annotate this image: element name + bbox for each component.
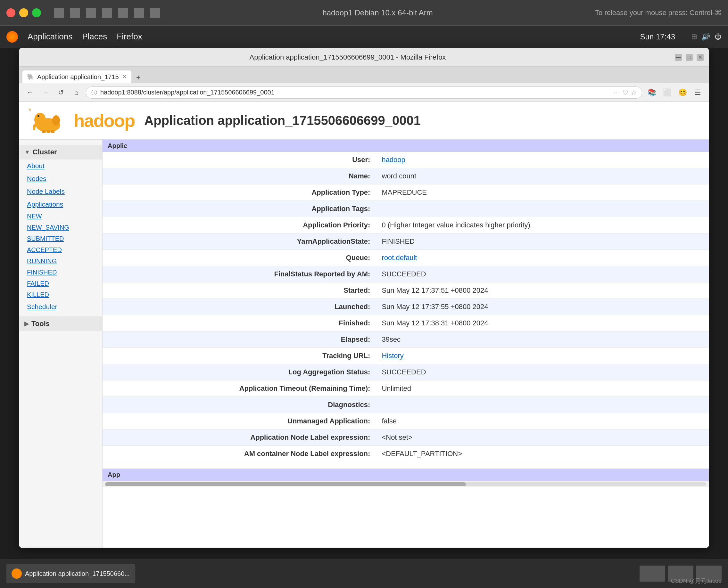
star-icon: ☆: [631, 89, 637, 97]
queue-link[interactable]: root.default: [382, 254, 417, 262]
browser-title: Application application_1715506606699_00…: [24, 53, 671, 62]
os-logo: [6, 31, 18, 43]
address-bar[interactable]: ⓘ hadoop1:8088/cluster/app/application_1…: [86, 86, 642, 99]
forward-button[interactable]: →: [40, 87, 51, 98]
os-menu-applications[interactable]: Applications: [27, 32, 73, 42]
user-link[interactable]: hadoop: [382, 156, 405, 164]
sidebar-item-about[interactable]: About: [19, 160, 102, 172]
finished-value: Sun May 12 17:38:31 +0800 2024: [375, 315, 709, 332]
table-row: FinalStatus Reported by AM: SUCCEEDED: [103, 266, 709, 282]
scrollbar-thumb[interactable]: [105, 482, 466, 486]
back-button[interactable]: ←: [24, 87, 36, 98]
new-tab-button[interactable]: +: [133, 72, 144, 83]
browser-close-button[interactable]: ✕: [696, 54, 704, 61]
cluster-section: ▼ Cluster About Nodes Node Labels Applic…: [19, 145, 102, 313]
tracking-url-link[interactable]: History: [382, 352, 403, 360]
tools-section-header[interactable]: ▶ Tools: [19, 316, 102, 331]
browser-tabbar: 🐘 Application application_1715 ✕ +: [19, 67, 709, 83]
expand-icon: ▶: [24, 320, 29, 327]
scrollbar-track: [105, 482, 706, 486]
sidebar-item-running[interactable]: RUNNING: [19, 256, 102, 267]
table-row: Unmanaged Application: false: [103, 413, 709, 429]
queue-label: Queue:: [103, 250, 375, 266]
launched-value: Sun May 12 17:37:55 +0800 2024: [375, 299, 709, 315]
tab-close-button[interactable]: ✕: [122, 74, 127, 80]
sidebar-item-submitted[interactable]: SUBMITTED: [19, 233, 102, 244]
traffic-lights: [6, 8, 41, 17]
svg-text:h: h: [29, 108, 31, 111]
os-menu-firefox[interactable]: Firefox: [117, 32, 142, 42]
vm-title: hadoop1 Debian 10.x 64-bit Arm: [167, 8, 589, 17]
table-row: Name: word count: [103, 168, 709, 185]
app-type-value: MAPREDUCE: [375, 185, 709, 201]
table-row: Queue: root.default: [103, 250, 709, 266]
log-agg-label: Log Aggregation Status:: [103, 364, 375, 380]
bookmark-icon: ⋯: [613, 89, 620, 97]
app-tags-label: Application Tags:: [103, 201, 375, 217]
log-agg-value: SUCCEEDED: [375, 364, 709, 380]
main-content: ▼ Cluster About Nodes Node Labels Applic…: [19, 140, 709, 548]
maximize-button[interactable]: [32, 8, 41, 17]
sidebar-item-node-labels[interactable]: Node Labels: [19, 185, 102, 198]
minimize-button[interactable]: [19, 8, 28, 17]
tab-label: Application application_1715: [37, 74, 119, 81]
sidebar-item-killed[interactable]: KILLED: [19, 289, 102, 300]
os-time: Sun 17:43: [640, 32, 675, 41]
final-status-label: FinalStatus Reported by AM:: [103, 266, 375, 282]
vm-icon-3: [86, 8, 96, 18]
svg-point-2: [52, 115, 60, 126]
svg-point-4: [38, 115, 39, 117]
close-button[interactable]: [6, 8, 15, 17]
unmanaged-label: Unmanaged Application:: [103, 413, 375, 429]
sidebar-item-finished[interactable]: FINISHED: [19, 267, 102, 278]
table-row: Started: Sun May 12 17:37:51 +0800 2024: [103, 282, 709, 299]
sidebar-item-accepted[interactable]: ACCEPTED: [19, 244, 102, 256]
table-row: User: hadoop: [103, 152, 709, 168]
app-header-label: Applic: [108, 142, 127, 150]
address-text: hadoop1:8088/cluster/app/application_171…: [100, 89, 610, 96]
browser-menu-button[interactable]: ☰: [692, 87, 704, 98]
volume-icon: 🔊: [702, 33, 710, 41]
table-row: Launched: Sun May 12 17:37:55 +0800 2024: [103, 299, 709, 315]
hadoop-logo: h: [29, 108, 67, 133]
sidebar-toggle[interactable]: ⬜: [661, 87, 673, 98]
sidebar-item-failed[interactable]: FAILED: [19, 278, 102, 289]
vm-icon-6: [134, 8, 144, 18]
browser-minimize-button[interactable]: —: [675, 54, 682, 61]
cluster-section-header[interactable]: ▼ Cluster: [19, 145, 102, 160]
started-label: Started:: [103, 282, 375, 299]
table-row: Application Timeout (Remaining Time): Un…: [103, 380, 709, 397]
browser-profile-icon[interactable]: 😊: [677, 87, 688, 98]
browser-restore-button[interactable]: □: [686, 54, 693, 61]
page-content: Applic User: hadoop Name: word count: [103, 140, 709, 548]
browser-window: Application application_1715506606699_00…: [19, 48, 709, 548]
secure-icon: ⓘ: [91, 89, 97, 97]
app-footer-label: App: [108, 471, 120, 479]
network-icon: ⊞: [691, 33, 697, 41]
h-scrollbar[interactable]: [103, 481, 709, 487]
tools-label: Tools: [32, 320, 50, 328]
table-row: Elapsed: 39sec: [103, 332, 709, 348]
vm-release-hint: To release your mouse press: Control-⌘: [595, 9, 722, 17]
home-button[interactable]: ⌂: [70, 87, 82, 98]
library-icon[interactable]: 📚: [646, 87, 658, 98]
am-container-value: <DEFAULT_PARTITION>: [375, 446, 709, 462]
sidebar-item-applications[interactable]: Applications: [19, 198, 102, 211]
taskbar-app-button[interactable]: Application application_171550660...: [6, 564, 135, 583]
csdn-watermark: CSDN @元元Jacob: [671, 577, 722, 585]
browser-titlebar: Application application_1715506606699_00…: [19, 48, 709, 67]
power-icon: ⏻: [714, 33, 722, 41]
os-menu-places[interactable]: Places: [82, 32, 107, 42]
browser-tab-active[interactable]: 🐘 Application application_1715 ✕: [22, 70, 132, 83]
sidebar-item-nodes[interactable]: Nodes: [19, 172, 102, 185]
app-type-label: Application Type:: [103, 185, 375, 201]
user-label: User:: [103, 152, 375, 168]
sidebar-item-new[interactable]: NEW: [19, 211, 102, 222]
app-tags-value: [375, 201, 709, 217]
os-menu: Applications Places Firefox: [27, 32, 142, 42]
refresh-button[interactable]: ↺: [55, 87, 67, 98]
sidebar-item-scheduler[interactable]: Scheduler: [19, 300, 102, 313]
svg-rect-6: [47, 130, 50, 133]
sidebar-item-new-saving[interactable]: NEW_SAVING: [19, 222, 102, 233]
page-title: Application application_1715506606699_00…: [144, 113, 421, 128]
